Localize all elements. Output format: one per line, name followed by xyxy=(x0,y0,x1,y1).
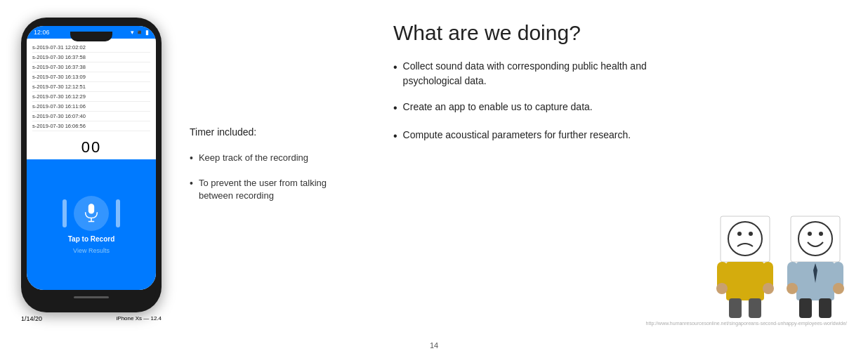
svg-rect-12 xyxy=(729,298,742,318)
mic-circle xyxy=(74,196,109,231)
svg-point-5 xyxy=(737,232,742,236)
home-indicator xyxy=(74,296,109,298)
svg-rect-0 xyxy=(88,204,94,213)
bullet-2: • To prevent the user from talking betwe… xyxy=(190,177,358,202)
bullet-text-2: To prevent the user from talking between… xyxy=(199,177,358,202)
svg-point-16 xyxy=(808,232,812,236)
waveform-left xyxy=(63,199,67,227)
phone-time: 12:06 xyxy=(34,29,50,36)
svg-point-4 xyxy=(728,222,762,256)
right-section: What are we doing? • Collect sound data … xyxy=(379,7,854,333)
phone-frame: 12:06 ▾ ◾ ▮ s-2019-07-31 12:02:02 s-2019… xyxy=(21,18,162,312)
right-content: • Collect sound data with corresponding … xyxy=(393,59,847,318)
recording-item: s-2019-07-30 16:13:09 xyxy=(32,72,150,82)
right-bullet-dot-1: • xyxy=(393,59,397,88)
mic-icon-container xyxy=(63,196,120,231)
middle-title: Timer included: xyxy=(190,126,358,138)
attribution: http://www.humanresourcesonline.net/sing… xyxy=(393,321,847,326)
svg-point-10 xyxy=(716,283,728,294)
svg-point-22 xyxy=(787,283,798,294)
svg-rect-24 xyxy=(799,298,812,318)
right-bullet-text-3: Compute acoustical parameters for furthe… xyxy=(403,128,631,145)
device-model: iPhone Xs — 12.4 xyxy=(117,315,162,322)
right-images xyxy=(714,59,847,318)
bullet-dot-2: • xyxy=(190,177,193,202)
waveform-right xyxy=(116,199,120,227)
slide-date: 1/14/20 xyxy=(21,315,42,322)
recording-item: s-2019-07-30 16:12:29 xyxy=(32,92,150,102)
right-bullets: • Collect sound data with corresponding … xyxy=(393,59,706,318)
svg-point-11 xyxy=(763,283,774,294)
recording-item: s-2019-07-31 12:02:02 xyxy=(32,43,150,53)
bullet-1: • Keep track of the recording xyxy=(190,152,358,166)
happy-person-illustration xyxy=(784,213,847,318)
right-title: What are we doing? xyxy=(393,21,847,45)
phone-icons: ▾ ◾ ▮ xyxy=(131,29,149,36)
right-bullet-dot-3: • xyxy=(393,128,397,145)
phone-notch xyxy=(70,32,112,41)
right-bullet-dot-2: • xyxy=(393,100,397,117)
page-number: 14 xyxy=(430,341,438,350)
mic-area: Tap to Record View Results xyxy=(27,159,156,290)
recording-item: s-2019-07-30 16:37:58 xyxy=(32,53,150,62)
phone-bottom-bar xyxy=(27,290,156,304)
right-bullet-3: • Compute acoustical parameters for furt… xyxy=(393,128,706,145)
recording-item: s-2019-07-30 16:37:38 xyxy=(32,62,150,72)
svg-point-23 xyxy=(833,283,844,294)
svg-rect-25 xyxy=(819,298,831,318)
microphone-icon xyxy=(81,203,102,224)
svg-point-15 xyxy=(798,222,832,256)
recordings-list: s-2019-07-31 12:02:02 s-2019-07-30 16:37… xyxy=(27,39,156,135)
phone-screen: 12:06 ▾ ◾ ▮ s-2019-07-31 12:02:02 s-2019… xyxy=(27,26,156,290)
timer-display: 00 xyxy=(27,135,156,159)
tap-to-record-label[interactable]: Tap to Record xyxy=(68,235,114,243)
right-bullet-1: • Collect sound data with corresponding … xyxy=(393,59,706,88)
svg-rect-7 xyxy=(726,262,764,300)
svg-point-17 xyxy=(819,232,823,236)
bullet-dot-1: • xyxy=(190,152,193,166)
right-bullet-text-2: Create an app to enable us to capture da… xyxy=(403,100,593,117)
recording-item: s-2019-07-30 12:12:51 xyxy=(32,82,150,92)
svg-rect-13 xyxy=(749,298,761,318)
bullet-text-1: Keep track of the recording xyxy=(199,152,308,166)
recording-item: s-2019-07-30 16:11:06 xyxy=(32,102,150,112)
view-results-link[interactable]: View Results xyxy=(73,247,110,254)
middle-section: Timer included: • Keep track of the reco… xyxy=(183,7,365,333)
sad-person-illustration xyxy=(714,213,777,318)
svg-point-6 xyxy=(749,232,753,236)
right-bullet-text-1: Collect sound data with corresponding pu… xyxy=(403,59,706,88)
recording-item: s-2019-07-30 16:06:56 xyxy=(32,121,150,131)
phone-section: 12:06 ▾ ◾ ▮ s-2019-07-31 12:02:02 s-2019… xyxy=(14,7,169,333)
recording-item: s-2019-07-30 16:07:40 xyxy=(32,112,150,121)
right-bullet-2: • Create an app to enable us to capture … xyxy=(393,100,706,117)
